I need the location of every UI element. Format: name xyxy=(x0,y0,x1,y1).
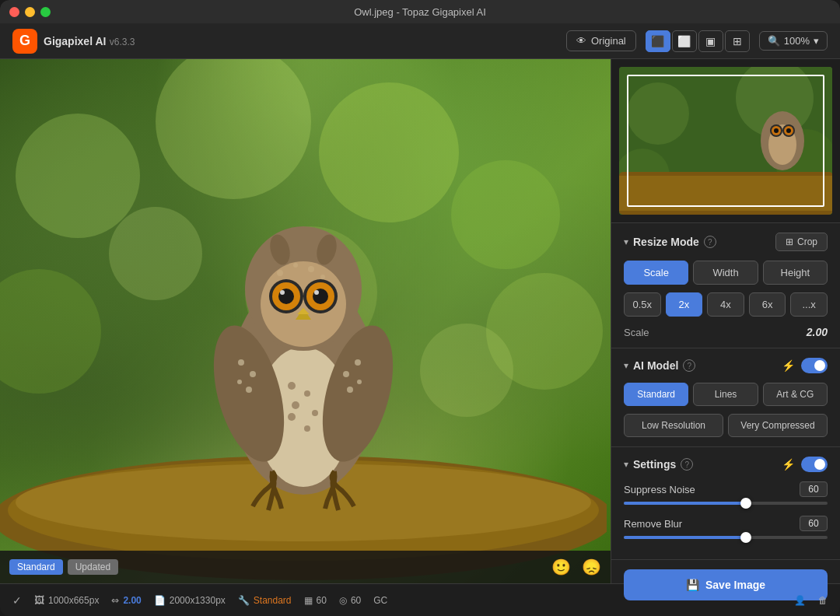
settings-section: ▾ Settings ? ⚡ Suppress Noise 60 xyxy=(611,447,840,560)
zoom-icon: 🔍 xyxy=(768,35,780,47)
gc-label: GC xyxy=(373,595,387,606)
svg-point-2 xyxy=(319,82,459,222)
ai-chevron-icon: ▾ xyxy=(624,360,628,371)
model-badge: Standard xyxy=(9,559,63,575)
art-cg-model-tab[interactable]: Art & CG xyxy=(763,383,828,406)
remove-blur-label-row: Remove Blur 60 xyxy=(624,516,828,531)
status-gc: GC xyxy=(373,595,387,606)
suppress-noise-row: Suppress Noise 60 xyxy=(624,481,828,505)
svg-point-15 xyxy=(304,390,310,397)
scale-options: 0.5x 2x 4x 6x ...x xyxy=(624,292,828,317)
scale-label: Scale xyxy=(624,327,649,338)
ai-help-icon[interactable]: ? xyxy=(683,359,695,372)
svg-point-5 xyxy=(109,207,202,300)
resize-mode-section: ▾ Resize Mode ? ⊞ Crop Scale Width Heigh… xyxy=(611,223,840,348)
view-split-button[interactable]: ⬜ xyxy=(672,30,697,52)
output-res-value: 2000x1330px xyxy=(170,595,226,606)
remove-blur-value[interactable]: 60 xyxy=(800,516,828,531)
single-view-icon: ⬛ xyxy=(651,35,664,47)
resize-mode-header: ▾ Resize Mode ? ⊞ Crop xyxy=(624,233,828,251)
very-compressed-tab[interactable]: Very Compressed xyxy=(728,414,828,437)
save-icon: 💾 xyxy=(686,579,699,591)
remove-blur-thumb xyxy=(740,532,751,543)
settings-toggle[interactable] xyxy=(801,457,828,472)
minimize-button[interactable] xyxy=(25,7,35,17)
settings-lightning-icon: ⚡ xyxy=(782,458,795,471)
scale-4x-button[interactable]: 4x xyxy=(707,292,744,317)
zoom-selector[interactable]: 🔍 100% ▾ xyxy=(759,31,828,51)
output-icon: 📄 xyxy=(154,595,166,606)
suppress-noise-value[interactable]: 60 xyxy=(800,481,828,497)
owl-image-svg xyxy=(0,59,607,583)
zoom-chevron-icon: ▾ xyxy=(814,35,819,47)
status-original-res: 🖼 1000x665px xyxy=(34,594,99,606)
scale-tabs: Scale Width Height xyxy=(624,261,828,285)
thumbnail-selection-box xyxy=(627,75,824,207)
right-panel: ▾ Resize Mode ? ⊞ Crop Scale Width Heigh… xyxy=(611,59,840,583)
zoom-value: 100% xyxy=(784,35,810,47)
svg-point-29 xyxy=(347,387,353,393)
view-single-button[interactable]: ⬛ xyxy=(646,30,670,52)
svg-point-1 xyxy=(156,59,311,199)
view-compare-button[interactable]: ▣ xyxy=(698,30,723,52)
ai-sub-model-tabs: Low Resolution Very Compressed xyxy=(624,414,828,437)
frown-icon[interactable]: 😞 xyxy=(582,558,601,576)
scale-custom-button[interactable]: ...x xyxy=(790,292,828,317)
view-toggle-group: ⬛ ⬜ ▣ ⊞ xyxy=(646,30,750,52)
scale-6x-button[interactable]: 6x xyxy=(749,292,786,317)
scale-tab-button[interactable]: Scale xyxy=(624,261,688,285)
ai-toggle[interactable] xyxy=(801,358,828,373)
app-logo-icon: G xyxy=(12,29,37,54)
split-view-icon: ⬜ xyxy=(677,35,691,47)
status-checkmark: ✓ xyxy=(12,594,22,607)
scale-0.5x-button[interactable]: 0.5x xyxy=(624,292,661,317)
suppress-noise-fill xyxy=(624,502,746,505)
scale-display: 2.00 xyxy=(123,595,141,606)
smiley-icon[interactable]: 🙂 xyxy=(551,558,571,576)
resize-help-icon[interactable]: ? xyxy=(704,236,716,248)
settings-help-icon[interactable]: ? xyxy=(681,458,693,471)
close-button[interactable] xyxy=(9,7,19,17)
status-blur: ◎ 60 xyxy=(339,595,361,606)
thumbnail-image xyxy=(619,67,832,215)
height-tab-button[interactable]: Height xyxy=(763,261,828,285)
view-grid-button[interactable]: ⊞ xyxy=(725,30,750,52)
svg-point-14 xyxy=(288,382,296,390)
scale-2x-button[interactable]: 2x xyxy=(666,292,703,317)
ai-model-header: ▾ AI Model ? ⚡ xyxy=(624,358,828,373)
lines-model-tab[interactable]: Lines xyxy=(693,383,758,406)
original-button[interactable]: 👁 Original xyxy=(566,30,636,51)
svg-point-8 xyxy=(420,324,513,417)
low-resolution-tab[interactable]: Low Resolution xyxy=(624,414,723,437)
svg-point-27 xyxy=(343,371,349,377)
settings-actions: ⚡ xyxy=(782,457,828,472)
suppress-noise-track[interactable] xyxy=(624,502,828,505)
eye-icon: 👁 xyxy=(576,35,586,47)
remove-blur-label: Remove Blur xyxy=(624,518,682,530)
app-version: v6.3.3 xyxy=(110,37,135,47)
model-status-value: Standard xyxy=(254,595,292,606)
standard-model-tab[interactable]: Standard xyxy=(624,383,688,406)
svg-point-16 xyxy=(292,401,299,409)
scale-arrows-icon: ⇔ xyxy=(111,595,119,606)
trash-icon: 🗑 xyxy=(818,595,828,606)
svg-point-24 xyxy=(237,380,242,384)
remove-blur-track[interactable] xyxy=(624,536,828,539)
owl-background xyxy=(0,59,611,583)
resize-mode-title: Resize Mode xyxy=(633,236,699,248)
crop-button[interactable]: ⊞ Crop xyxy=(775,233,828,251)
status-trash-icon[interactable]: 🗑 xyxy=(818,595,828,606)
scale-value: 2.00 xyxy=(807,326,828,338)
maximize-button[interactable] xyxy=(40,7,51,17)
blur-icon: ◎ xyxy=(339,595,347,606)
image-icon: 🖼 xyxy=(34,594,44,606)
lightning-icon: ⚡ xyxy=(782,359,795,372)
original-label: Original xyxy=(591,35,626,47)
model-status-icon: 🔧 xyxy=(238,595,250,606)
image-area[interactable]: Standard Updated 🙂 😞 xyxy=(0,59,611,583)
width-tab-button[interactable]: Width xyxy=(693,261,758,285)
svg-point-3 xyxy=(451,160,560,269)
svg-point-25 xyxy=(246,387,252,393)
status-user-icon[interactable]: 👤 xyxy=(794,595,806,606)
save-label: Save Image xyxy=(705,579,765,591)
